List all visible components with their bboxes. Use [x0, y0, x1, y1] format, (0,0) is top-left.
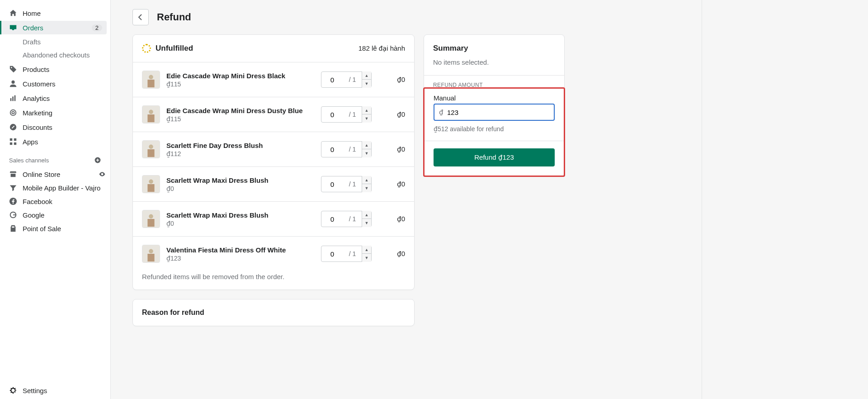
- sidebar: Home Orders 2 Drafts Abandoned checkouts…: [0, 0, 111, 399]
- nav-settings[interactable]: Settings: [0, 382, 110, 399]
- svg-rect-33: [147, 254, 154, 261]
- pos-icon: [9, 224, 17, 233]
- qty-up[interactable]: ▲: [362, 176, 371, 184]
- apps-icon: [9, 138, 17, 146]
- nav-customers[interactable]: Customers: [0, 77, 107, 90]
- quantity-input[interactable]: [321, 250, 343, 258]
- item-title: Edie Cascade Wrap Mini Dress Black: [166, 72, 315, 80]
- quantity-stepper[interactable]: / 1 ▲ ▼: [321, 141, 372, 157]
- nav-drafts[interactable]: Drafts: [0, 35, 110, 48]
- item-price: ₫115: [166, 81, 315, 88]
- svg-point-20: [149, 110, 153, 114]
- product-thumb: [142, 140, 160, 158]
- quantity-stepper[interactable]: / 1 ▲ ▼: [321, 211, 372, 227]
- svg-rect-8: [10, 138, 12, 141]
- channel-facebook[interactable]: Facebook: [0, 195, 110, 208]
- nav-label: Home: [23, 10, 102, 17]
- item-title: Edie Cascade Wrap Mini Dress Dusty Blue: [166, 107, 315, 114]
- product-thumb: [142, 105, 160, 124]
- refund-amount-label: REFUND AMOUNT: [424, 76, 564, 88]
- nav-analytics[interactable]: Analytics: [0, 91, 107, 105]
- summary-empty-text: No items selected.: [433, 58, 555, 66]
- nav-abandoned-checkouts[interactable]: Abandoned checkouts: [0, 48, 110, 62]
- quantity-stepper[interactable]: / 1 ▲ ▼: [321, 106, 372, 123]
- user-icon: [9, 80, 17, 88]
- line-item: Scarlett Fine Day Dress Blush ₫112 / 1 ▲…: [133, 132, 414, 166]
- nav-label: Apps: [23, 138, 102, 146]
- qty-down[interactable]: ▼: [362, 80, 371, 88]
- refund-amount-input[interactable]: [447, 109, 549, 116]
- qty-down[interactable]: ▼: [362, 219, 371, 227]
- facebook-icon: [9, 197, 17, 205]
- nav-products[interactable]: Products: [0, 62, 107, 76]
- qty-down[interactable]: ▼: [362, 114, 371, 123]
- svg-point-32: [149, 249, 153, 254]
- qty-up[interactable]: ▲: [362, 211, 371, 219]
- refund-amount-field[interactable]: ₫: [434, 104, 555, 121]
- channel-pos[interactable]: Point of Sale: [0, 222, 110, 235]
- status-text: Unfulfilled: [156, 44, 193, 53]
- refund-items-note: Refunded items will be removed from the …: [133, 271, 414, 290]
- item-title: Scarlett Wrap Maxi Dress Blush: [166, 176, 315, 184]
- quantity-input[interactable]: [321, 146, 343, 153]
- nav-apps[interactable]: Apps: [0, 135, 107, 148]
- qty-up[interactable]: ▲: [362, 106, 371, 114]
- svg-rect-11: [14, 142, 16, 145]
- nav-orders[interactable]: Orders 2: [0, 21, 107, 34]
- quantity-input[interactable]: [321, 180, 343, 188]
- qty-down[interactable]: ▼: [362, 184, 371, 192]
- svg-point-23: [149, 145, 153, 149]
- eye-icon[interactable]: [99, 171, 106, 178]
- quantity-input[interactable]: [321, 76, 343, 84]
- refund-highlight-box: Manual ₫ ₫512 available for refund Refun…: [423, 87, 565, 177]
- nav-label: Discounts: [23, 124, 102, 131]
- target-icon: [9, 109, 17, 117]
- svg-rect-10: [10, 142, 12, 145]
- item-title: Scarlett Wrap Maxi Dress Blush: [166, 211, 315, 219]
- quantity-stepper[interactable]: / 1 ▲ ▼: [321, 246, 372, 262]
- item-price: ₫115: [166, 115, 315, 123]
- line-total: ₫0: [378, 180, 405, 188]
- channel-label: Facebook: [23, 198, 106, 205]
- add-channel-icon[interactable]: [94, 157, 101, 164]
- svg-rect-3: [12, 96, 14, 101]
- channel-online-store[interactable]: Online Store: [0, 167, 110, 181]
- filter-icon: [9, 184, 17, 192]
- nav-home[interactable]: Home: [0, 6, 107, 20]
- manual-label: Manual: [434, 94, 555, 102]
- nav-discounts[interactable]: Discounts: [0, 120, 107, 134]
- quantity-stepper[interactable]: / 1 ▲ ▼: [321, 176, 372, 192]
- quantity-input[interactable]: [321, 215, 343, 223]
- svg-rect-4: [14, 95, 16, 101]
- channel-google[interactable]: Google: [0, 208, 110, 222]
- qty-down[interactable]: ▼: [362, 149, 371, 157]
- page-title: Refund: [157, 11, 191, 23]
- quantity-input[interactable]: [321, 111, 343, 119]
- svg-rect-15: [12, 227, 14, 228]
- channel-mobile-app[interactable]: Mobile App Builder - Vajro: [0, 181, 110, 195]
- qty-up[interactable]: ▲: [362, 246, 371, 254]
- line-item: Edie Cascade Wrap Mini Dress Dusty Blue …: [133, 97, 414, 132]
- reason-title: Reason for refund: [142, 309, 405, 317]
- svg-point-1: [11, 81, 14, 84]
- store-icon: [9, 170, 17, 178]
- nav-label: Marketing: [23, 109, 102, 117]
- svg-point-5: [10, 110, 16, 116]
- item-title: Valentina Fiesta Mini Dress Off White: [166, 246, 315, 254]
- channel-label: Online Store: [23, 171, 93, 178]
- qty-up[interactable]: ▲: [362, 71, 371, 80]
- refund-button[interactable]: Refund ₫123: [434, 148, 555, 166]
- channel-label: Google: [23, 211, 106, 219]
- discount-icon: [9, 123, 17, 131]
- line-total: ₫0: [378, 250, 405, 258]
- qty-down[interactable]: ▼: [362, 254, 371, 262]
- location-text: 182 lê đại hành: [359, 44, 405, 52]
- back-button[interactable]: [132, 9, 149, 25]
- qty-up[interactable]: ▲: [362, 141, 371, 149]
- summary-card: Summary No items selected. REFUND AMOUNT…: [424, 34, 565, 176]
- quantity-stepper[interactable]: / 1 ▲ ▼: [321, 71, 372, 88]
- line-item: Scarlett Wrap Maxi Dress Blush ₫0 / 1 ▲ …: [133, 201, 414, 236]
- channel-label: Mobile App Builder - Vajro: [23, 184, 106, 192]
- svg-point-29: [149, 214, 153, 219]
- nav-marketing[interactable]: Marketing: [0, 106, 107, 119]
